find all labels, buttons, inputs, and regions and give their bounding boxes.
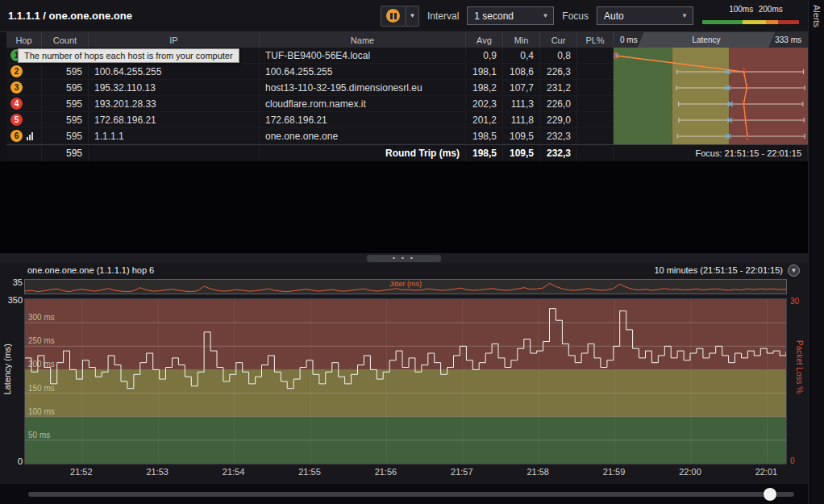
scale-label-100ms: 100ms bbox=[729, 5, 753, 14]
cell-cur: 231,2 bbox=[540, 80, 577, 95]
chevron-down-icon: ▼ bbox=[409, 12, 415, 19]
interval-value: 1 second bbox=[474, 10, 514, 22]
column-header-avg[interactable]: Avg bbox=[466, 32, 503, 48]
column-header-name[interactable]: Name bbox=[260, 32, 466, 48]
scrollbar-thumb[interactable] bbox=[764, 488, 776, 501]
cell-pl bbox=[577, 96, 614, 111]
round-trip-label: Round Trip (ms) bbox=[260, 145, 466, 161]
column-header-cur[interactable]: Cur bbox=[540, 32, 577, 48]
cell-min: 108,6 bbox=[503, 64, 540, 79]
cell-min: 0,4 bbox=[503, 48, 540, 63]
tooltip: The number of hops each host is from you… bbox=[18, 48, 239, 63]
latency-scale-min: 0 ms bbox=[614, 32, 644, 48]
cell-cur: 226,3 bbox=[540, 64, 577, 79]
cell-min: 107,7 bbox=[503, 80, 540, 95]
alerts-tab[interactable]: Alerts bbox=[808, 0, 824, 504]
target-title: 1.1.1.1 / one.one.one.one bbox=[8, 10, 132, 22]
x-tick-label: 21:52 bbox=[65, 467, 98, 477]
chevron-down-icon: ▼ bbox=[542, 12, 548, 19]
footer-min: 109,5 bbox=[503, 145, 540, 161]
column-header-count[interactable]: Count bbox=[42, 32, 89, 48]
interval-select[interactable]: 1 second ▼ bbox=[467, 6, 554, 25]
y-max-label: 350 bbox=[2, 295, 23, 305]
y-min-label: 0 bbox=[2, 456, 23, 466]
cell-min: 111,8 bbox=[503, 112, 540, 127]
svg-text:50 ms: 50 ms bbox=[28, 431, 50, 439]
cell-min: 109,5 bbox=[503, 128, 540, 144]
x-tick-label: 21:54 bbox=[218, 467, 250, 477]
column-header-hop[interactable]: Hop bbox=[6, 32, 42, 48]
cell-ip: 1.1.1.1 bbox=[89, 128, 260, 144]
focus-value: Auto bbox=[604, 10, 624, 22]
collapse-graph-button[interactable]: ▼ bbox=[788, 264, 800, 277]
x-tick-label: 21:56 bbox=[369, 467, 402, 477]
cell-name: TUF-BE9400-56E4.local bbox=[260, 48, 466, 63]
hop-badge: 5 bbox=[10, 114, 23, 126]
x-tick-label: 21:58 bbox=[522, 467, 554, 477]
packet-loss-max-label: 30 bbox=[790, 297, 799, 306]
column-header-pl[interactable]: PL% bbox=[577, 32, 614, 48]
time-graph-panel: one.one.one.one (1.1.1.1) hop 6 10 minut… bbox=[0, 263, 808, 484]
packet-loss-min-label: 0 bbox=[790, 456, 795, 465]
app-window: 1.1.1.1 / one.one.one.one ▼ Interval 1 s… bbox=[0, 0, 824, 504]
column-header-ip[interactable]: IP bbox=[89, 32, 260, 48]
cell-name: cloudflare.rom.namex.it bbox=[260, 96, 466, 111]
trace-empty-area bbox=[0, 161, 808, 253]
cell-pl bbox=[577, 48, 614, 63]
pause-button-group: ▼ bbox=[381, 6, 419, 27]
x-tick-label: 21:53 bbox=[141, 467, 173, 477]
cell-name: one.one.one.one bbox=[260, 128, 466, 144]
x-tick-label: 22:00 bbox=[674, 467, 706, 477]
cell-ip: 100.64.255.255 bbox=[89, 64, 260, 79]
svg-text:100 ms: 100 ms bbox=[28, 407, 55, 416]
graph-focus-icon bbox=[27, 132, 33, 140]
cell-cur: 0,8 bbox=[540, 48, 577, 63]
cell-hop: 5 bbox=[6, 112, 42, 127]
cell-hop: 4 bbox=[6, 96, 42, 111]
latency-scale-max: 333 ms bbox=[768, 32, 808, 48]
pause-options-button[interactable]: ▼ bbox=[406, 6, 419, 27]
hop-badge: 6 bbox=[10, 130, 23, 142]
column-header-min[interactable]: Min bbox=[503, 32, 540, 48]
column-header-latency[interactable]: 0 ms Latency 333 ms bbox=[614, 32, 808, 48]
focus-range-label: Focus: 21:51:15 - 22:01:15 bbox=[614, 145, 808, 161]
interval-label: Interval bbox=[427, 10, 459, 22]
x-axis: 21:5221:5321:5421:5521:5621:5721:5821:59… bbox=[24, 467, 787, 478]
chevron-down-icon: ▼ bbox=[681, 12, 688, 19]
cell-hop: 3 bbox=[6, 80, 42, 95]
cell-cur: 229,0 bbox=[540, 112, 577, 127]
panel-splitter[interactable]: • • • bbox=[0, 253, 808, 263]
pause-button[interactable] bbox=[381, 6, 406, 27]
focus-select[interactable]: Auto ▼ bbox=[597, 6, 693, 25]
cell-avg: 198,2 bbox=[466, 80, 503, 95]
footer-count: 595 bbox=[42, 145, 89, 161]
cell-avg: 0,9 bbox=[466, 48, 503, 63]
cell-ip: 172.68.196.21 bbox=[89, 112, 260, 127]
cell-name: 100.64.255.255 bbox=[260, 64, 466, 79]
pause-icon bbox=[386, 9, 400, 23]
latency-chart: 300 ms250 ms200 ms150 ms100 ms50 ms bbox=[24, 298, 787, 464]
x-tick-label: 22:01 bbox=[750, 467, 782, 477]
chevron-down-icon: ▼ bbox=[791, 267, 797, 274]
table-rows: 1TUF-BE9400-56E4.local0,90,40,82595100.6… bbox=[6, 48, 808, 144]
x-tick-label: 21:57 bbox=[446, 467, 478, 477]
cell-hop: 2 bbox=[6, 64, 42, 79]
cell-ip: 195.32.110.13 bbox=[89, 80, 260, 95]
timeline-scroll-area bbox=[0, 484, 808, 504]
cell-min: 111,3 bbox=[503, 96, 540, 111]
cell-pl bbox=[577, 80, 614, 95]
packet-loss-axis-title: Packet Loss % bbox=[795, 340, 804, 394]
focus-label: Focus bbox=[562, 10, 589, 22]
graph-range-label: 10 minutes (21:51:15 - 22:01:15) bbox=[654, 265, 783, 275]
alerts-tab-label: Alerts bbox=[812, 0, 822, 504]
scale-label-200ms: 200ms bbox=[759, 5, 783, 14]
x-tick-label: 21:55 bbox=[293, 467, 326, 477]
latency-gradient-bar bbox=[701, 19, 800, 25]
jitter-label: Jitter (ms) bbox=[25, 280, 786, 288]
cell-avg: 198,5 bbox=[466, 128, 503, 144]
splitter-handle[interactable]: • • • bbox=[367, 255, 441, 262]
cell-avg: 198,1 bbox=[466, 64, 503, 79]
cell-count: 595 bbox=[42, 128, 89, 144]
timeline-scrollbar[interactable] bbox=[28, 492, 794, 497]
cell-pl bbox=[577, 64, 614, 79]
